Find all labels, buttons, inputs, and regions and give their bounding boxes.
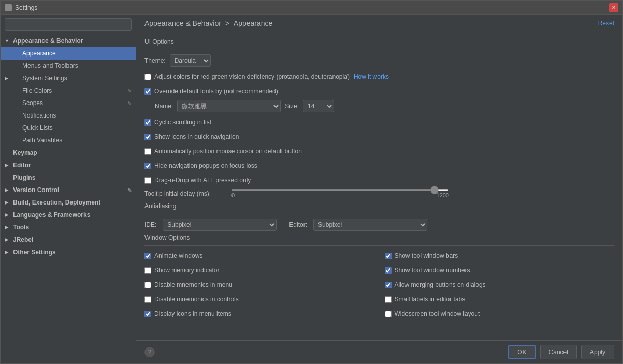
cancel-button[interactable]: Cancel bbox=[540, 345, 577, 359]
show-memory-checkbox[interactable] bbox=[144, 267, 151, 274]
widescreen-text: Widescreen tool window layout bbox=[395, 310, 480, 317]
auto-position-checkbox[interactable] bbox=[144, 148, 151, 155]
sidebar-item-label: System Settings bbox=[22, 75, 67, 82]
show-tool-bars-text: Show tool window bars bbox=[395, 252, 458, 259]
show-memory-label[interactable]: Show memory indicator bbox=[144, 267, 219, 274]
widescreen-row: Widescreen tool window layout bbox=[385, 308, 615, 319]
sidebar-item-keymap[interactable]: Keymap bbox=[1, 147, 136, 159]
sidebar-item-label: Appearance bbox=[22, 50, 56, 57]
show-tool-bars-checkbox[interactable] bbox=[385, 253, 392, 259]
cyclic-scrolling-label[interactable]: Cyclic scrolling in list bbox=[144, 119, 211, 126]
font-row: Name: 微软雅黑 Size: 14 12 16 bbox=[155, 100, 614, 112]
sidebar-item-version-control[interactable]: ▶ Version Control ✎ bbox=[1, 184, 136, 196]
arrow-icon: ▶ bbox=[5, 200, 13, 205]
show-tool-numbers-row: Show tool window numbers bbox=[385, 265, 615, 276]
hide-nav-popups-checkbox[interactable] bbox=[144, 163, 151, 169]
override-fonts-label[interactable]: Override default fonts by (not recommend… bbox=[144, 88, 280, 95]
sidebar-item-system-settings[interactable]: ▶ System Settings bbox=[1, 72, 136, 84]
window-options-grid: Animate windows Show memory indicator bbox=[144, 250, 614, 323]
disable-mnemonics-controls-label[interactable]: Disable mnemonics in controls bbox=[144, 296, 239, 303]
drag-drop-label[interactable]: Drag-n-Drop with ALT pressed only bbox=[144, 177, 251, 184]
show-icons-row: Show icons in quick navigation bbox=[144, 131, 614, 142]
sidebar-item-appearance-behavior[interactable]: ▼ Appearance & Behavior bbox=[1, 35, 136, 47]
sidebar-item-scopes[interactable]: Scopes ✎ bbox=[1, 97, 136, 109]
tooltip-label: Tooltip initial delay (ms): bbox=[144, 190, 227, 197]
small-labels-label[interactable]: Small labels in editor tabs bbox=[385, 296, 466, 303]
display-icons-text: Display icons in menu items bbox=[154, 310, 231, 317]
sidebar-item-editor[interactable]: ▶ Editor bbox=[1, 159, 136, 171]
cyclic-scrolling-text: Cyclic scrolling in list bbox=[154, 119, 211, 126]
sidebar-item-label: Version Control bbox=[13, 186, 59, 194]
display-icons-checkbox[interactable] bbox=[144, 311, 151, 317]
theme-select[interactable]: Darcula IntelliJ Windows bbox=[170, 54, 211, 67]
allow-merging-text: Allow merging buttons on dialogs bbox=[395, 281, 486, 288]
arrow-icon: ▼ bbox=[5, 38, 13, 43]
show-tool-bars-label[interactable]: Show tool window bars bbox=[385, 252, 458, 259]
content-header: Appearance & Behavior > Appearance Reset bbox=[136, 15, 622, 31]
search-input[interactable] bbox=[8, 21, 128, 28]
sidebar-item-menus-toolbars[interactable]: Menus and Toolbars bbox=[1, 60, 136, 72]
drag-drop-checkbox[interactable] bbox=[144, 177, 151, 184]
sidebar-item-path-variables[interactable]: Path Variables bbox=[1, 134, 136, 147]
disable-mnemonics-menu-text: Disable mnemonics in menu bbox=[154, 281, 233, 288]
sidebar-item-notifications[interactable]: Notifications bbox=[1, 109, 136, 122]
adjust-colors-label[interactable]: Adjust colors for red-green vision defic… bbox=[144, 73, 350, 80]
editor-aa-select[interactable]: Subpixel Greyscale No antialiasing bbox=[313, 219, 427, 231]
allow-merging-checkbox[interactable] bbox=[385, 282, 392, 288]
arrow-icon bbox=[5, 100, 13, 106]
size-label: Size: bbox=[285, 103, 299, 110]
sidebar-item-jrebel[interactable]: ▶ JRebel bbox=[1, 234, 136, 246]
show-tool-numbers-checkbox[interactable] bbox=[385, 267, 392, 274]
edit-icon: ✎ bbox=[127, 100, 132, 106]
show-icons-label[interactable]: Show icons in quick navigation bbox=[144, 133, 239, 140]
sidebar-item-build-execution[interactable]: ▶ Build, Execution, Deployment bbox=[1, 196, 136, 209]
sidebar-item-label: Plugins bbox=[13, 174, 35, 181]
animate-windows-label[interactable]: Animate windows bbox=[144, 252, 202, 259]
sidebar-item-tools[interactable]: ▶ Tools bbox=[1, 221, 136, 234]
allow-merging-label[interactable]: Allow merging buttons on dialogs bbox=[385, 281, 486, 288]
window-title: Settings bbox=[15, 4, 609, 11]
sidebar-item-quick-lists[interactable]: Quick Lists bbox=[1, 122, 136, 134]
sidebar-item-plugins[interactable]: Plugins bbox=[1, 171, 136, 184]
auto-position-label[interactable]: Automatically position mouse cursor on d… bbox=[144, 148, 302, 155]
close-button[interactable]: ✕ bbox=[609, 3, 618, 12]
sidebar-item-other-settings[interactable]: ▶ Other Settings bbox=[1, 246, 136, 258]
ide-aa-select[interactable]: Subpixel Greyscale No antialiasing bbox=[163, 219, 277, 231]
disable-mnemonics-menu-label[interactable]: Disable mnemonics in menu bbox=[144, 281, 233, 288]
reset-link[interactable]: Reset bbox=[598, 20, 614, 27]
apply-button[interactable]: Apply bbox=[581, 345, 614, 359]
cyclic-scrolling-checkbox[interactable] bbox=[144, 119, 151, 126]
sidebar-item-file-colors[interactable]: File Colors ✎ bbox=[1, 84, 136, 97]
animate-windows-row: Animate windows bbox=[144, 250, 374, 261]
search-box[interactable] bbox=[5, 18, 132, 31]
override-fonts-checkbox[interactable] bbox=[144, 88, 151, 95]
font-name-select[interactable]: 微软雅黑 bbox=[177, 100, 281, 112]
small-labels-row: Small labels in editor tabs bbox=[385, 294, 615, 305]
widescreen-checkbox[interactable] bbox=[385, 311, 392, 317]
help-button[interactable]: ? bbox=[144, 347, 155, 357]
show-icons-checkbox[interactable] bbox=[144, 134, 151, 140]
widescreen-label[interactable]: Widescreen tool window layout bbox=[385, 310, 480, 317]
ide-label: IDE: bbox=[144, 221, 156, 228]
display-icons-label[interactable]: Display icons in menu items bbox=[144, 310, 231, 317]
animate-windows-checkbox[interactable] bbox=[144, 253, 151, 259]
arrow-icon: ▶ bbox=[5, 250, 13, 255]
font-size-select[interactable]: 14 12 16 bbox=[303, 100, 334, 112]
sidebar-item-label: Path Variables bbox=[22, 137, 62, 144]
app-icon bbox=[5, 4, 12, 11]
tooltip-slider[interactable] bbox=[231, 189, 449, 191]
breadcrumb-child: Appearance bbox=[234, 19, 273, 27]
hide-nav-popups-label[interactable]: Hide navigation popups on focus loss bbox=[144, 162, 257, 169]
disable-mnemonics-controls-checkbox[interactable] bbox=[144, 296, 151, 303]
show-tool-numbers-label[interactable]: Show tool window numbers bbox=[385, 267, 470, 274]
sidebar-item-languages-frameworks[interactable]: ▶ Languages & Frameworks bbox=[1, 209, 136, 221]
small-labels-checkbox[interactable] bbox=[385, 296, 392, 303]
arrow-icon bbox=[5, 175, 13, 180]
how-it-works-link[interactable]: How it works bbox=[354, 73, 389, 80]
adjust-colors-checkbox[interactable] bbox=[144, 74, 151, 80]
sidebar-item-appearance[interactable]: Appearance bbox=[1, 47, 136, 60]
sidebar: ▼ Appearance & Behavior Appearance Menus… bbox=[1, 15, 136, 363]
ok-button[interactable]: OK bbox=[508, 345, 535, 359]
disable-mnemonics-menu-checkbox[interactable] bbox=[144, 282, 151, 288]
hide-nav-popups-text: Hide navigation popups on focus loss bbox=[154, 162, 257, 169]
